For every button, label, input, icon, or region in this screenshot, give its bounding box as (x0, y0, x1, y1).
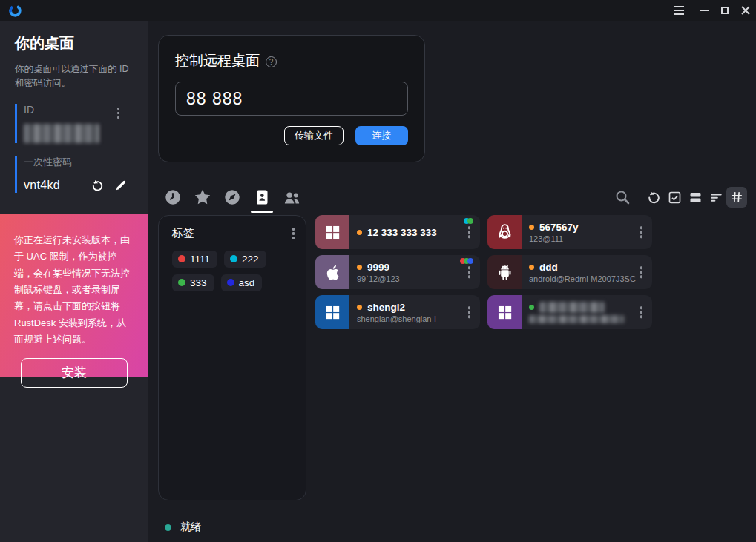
grid-view-button[interactable] (726, 187, 747, 208)
tag-color-dot (178, 279, 185, 286)
one-time-password-value: vnt4kd (24, 179, 60, 192)
tags-menu-button[interactable] (290, 225, 298, 242)
presence-dot (529, 265, 534, 270)
tab-group[interactable] (281, 187, 302, 208)
tab-recent-sessions[interactable] (162, 187, 183, 208)
close-button[interactable] (735, 0, 756, 21)
peer-name: 9999 (367, 262, 389, 273)
linux-icon (487, 215, 522, 249)
tab-favorites[interactable] (192, 187, 213, 208)
maximize-button[interactable] (714, 0, 735, 21)
peer-name: 12 333 333 333 (367, 227, 437, 238)
connect-title: 控制远程桌面 (175, 51, 260, 70)
peer-menu-button[interactable] (638, 304, 645, 320)
rustdesk-logo-icon (8, 4, 22, 18)
peer-card[interactable] (487, 295, 652, 329)
peer-name: ddd (539, 262, 558, 273)
tag-pill[interactable]: 333 (172, 274, 214, 291)
peer-menu-button[interactable] (466, 304, 473, 320)
help-icon[interactable]: ? (266, 56, 277, 67)
transfer-file-button[interactable]: 传输文件 (284, 126, 344, 145)
connect-button[interactable]: 连接 (355, 126, 408, 145)
peer-name: shengl2 (367, 302, 405, 313)
status-bar: 就绪 (148, 512, 756, 542)
sidebar-description: 你的桌面可以通过下面的 ID 和密码访问。 (15, 62, 135, 91)
peer-menu-button[interactable] (638, 264, 645, 280)
install-warning-text: 你正在运行未安装版本，由于 UAC 限制，作为被控端，会在某些情况下无法控制鼠标… (14, 232, 134, 348)
tag-label: asd (239, 277, 255, 288)
peer-name: 567567y (539, 222, 579, 233)
tag-pill[interactable]: 1111 (172, 251, 217, 268)
tab-discovered[interactable] (222, 187, 243, 208)
grid-view-icon (729, 190, 744, 205)
install-button[interactable]: 安装 (21, 358, 128, 388)
tag-label: 222 (242, 254, 259, 265)
tab-address-book[interactable] (252, 187, 272, 208)
peer-card[interactable]: shengl2 shenglan@shenglan-l (315, 295, 480, 329)
refresh-peers-button[interactable] (643, 187, 664, 208)
refresh-password-icon[interactable] (91, 179, 105, 193)
install-warning-card: 你正在运行未安装版本，由于 UAC 限制，作为被控端，会在某些情况下无法控制鼠标… (0, 214, 148, 377)
tag-pill[interactable]: 222 (224, 251, 266, 268)
apple-icon (315, 255, 349, 289)
id-menu-button[interactable] (115, 105, 122, 122)
peer-grid: 12 333 333 333 567567y (315, 215, 657, 329)
peer-menu-button[interactable] (466, 264, 473, 280)
presence-dot (357, 305, 362, 310)
peer-menu-button[interactable] (638, 224, 645, 240)
search-button[interactable] (612, 187, 633, 208)
tag-pill[interactable]: asd (221, 274, 263, 291)
address-book-icon (253, 188, 271, 206)
tags-panel: 标签 1111 222 333 asd (158, 215, 306, 500)
refresh-icon (646, 190, 662, 205)
android-icon (487, 255, 522, 289)
card-view-button[interactable] (685, 187, 706, 208)
windows-icon (315, 295, 349, 329)
peer-tag-dots (462, 258, 473, 264)
checkbox-icon (667, 190, 683, 205)
minimize-button[interactable] (694, 0, 714, 21)
card-view-icon (688, 190, 703, 205)
edit-password-icon[interactable] (114, 179, 128, 192)
select-peers-button[interactable] (664, 187, 685, 208)
status-dot (165, 524, 171, 531)
peer-username: android@Redmi-M2007J3SC (529, 274, 652, 283)
peer-username: shenglan@shenglan-l (357, 314, 480, 323)
sidebar: 你的桌面 你的桌面可以通过下面的 ID 和密码访问。 ID 一次性密码 vnt4… (0, 21, 148, 542)
presence-dot (357, 265, 362, 270)
tag-color-dot (230, 255, 237, 262)
peer-tag-dots (466, 218, 473, 224)
group-icon (282, 188, 302, 208)
redacted-peer-name (539, 302, 605, 313)
presence-dot (529, 225, 534, 230)
peer-menu-button[interactable] (466, 224, 473, 240)
remote-id-input[interactable]: 88 888 (175, 82, 408, 116)
tags-header: 标签 (172, 226, 194, 240)
peer-card[interactable]: ddd android@Redmi-M2007J3SC (487, 255, 652, 289)
sidebar-title: 你的桌面 (15, 33, 134, 53)
id-section: ID (15, 104, 134, 143)
clock-icon (163, 188, 183, 207)
password-section: 一次性密码 vnt4kd (15, 156, 134, 193)
tag-label: 1111 (190, 254, 210, 265)
connect-card: 控制远程桌面 ? 88 888 传输文件 连接 (158, 35, 425, 162)
sort-button[interactable] (706, 187, 726, 208)
title-bar (0, 0, 756, 21)
peer-card[interactable]: 12 333 333 333 (315, 215, 480, 249)
tag-color-dot (227, 279, 234, 286)
star-icon (193, 188, 212, 207)
tag-label: 333 (190, 277, 207, 288)
main-panel: 控制远程桌面 ? 88 888 传输文件 连接 (148, 21, 756, 542)
presence-dot (529, 305, 534, 310)
status-text: 就绪 (180, 520, 201, 534)
peer-card[interactable]: 9999 99`12@123 (315, 255, 480, 289)
peer-card[interactable]: 567567y 123@111 (487, 215, 652, 249)
compass-icon (223, 188, 242, 207)
menu-icon[interactable] (668, 0, 689, 21)
tag-color-dot (178, 255, 185, 262)
presence-dot (357, 230, 362, 235)
redacted-peer-username (529, 315, 624, 323)
windows-icon (315, 215, 349, 249)
windows-icon (487, 295, 522, 329)
sort-icon (709, 190, 724, 205)
